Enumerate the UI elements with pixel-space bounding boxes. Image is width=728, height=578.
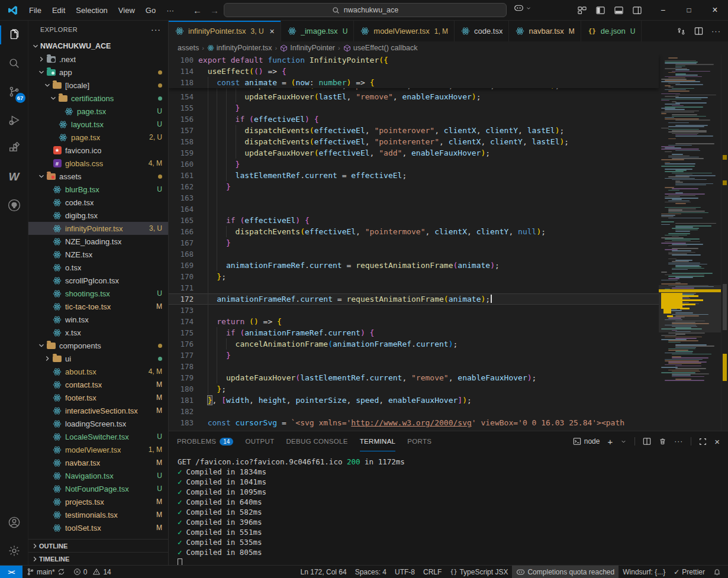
notifications-bell[interactable] xyxy=(709,566,728,578)
tree-item-nwachukwu-ace[interactable]: NWACHUKWU_ACE xyxy=(28,40,168,53)
terminal-shell-item[interactable]: node xyxy=(573,437,600,445)
code-line-163[interactable]: 163 xyxy=(169,192,659,204)
tree-item-nze-loading-tsx[interactable]: NZE_loading.tsx xyxy=(28,235,168,248)
tree-item-blurbg-tsx[interactable]: blurBg.tsxU xyxy=(28,183,168,196)
tree-item-toolset-tsx[interactable]: toolSet.tsxM xyxy=(28,521,168,534)
code-line-181[interactable]: 181}, [width, height, pointerSize, speed… xyxy=(169,395,659,406)
tree-item-testimonials-tsx[interactable]: testimonials.tsxM xyxy=(28,508,168,521)
code-line-175[interactable]: 175if (animationFrameRef.current) { xyxy=(169,327,659,338)
formatter-status[interactable]: ✓ Prettier xyxy=(669,566,709,578)
language-status[interactable]: {} TypeScript JSX xyxy=(446,566,512,578)
code-line-100[interactable]: 100export default function InfinityPoint… xyxy=(169,54,659,66)
code-line-176[interactable]: 176cancelAnimationFrame(animationFrameRe… xyxy=(169,338,659,350)
panel-tab-ports[interactable]: PORTS xyxy=(407,431,431,451)
copilot-status[interactable]: Completions quota reached xyxy=(512,566,619,578)
activitybar-explorer-icon[interactable] xyxy=(0,21,28,49)
menu-selection[interactable]: Selection xyxy=(70,4,112,17)
code-line-156[interactable]: 156if (effectiveEl) { xyxy=(169,114,659,125)
command-center-search[interactable]: nwachukwu_ace xyxy=(224,3,507,17)
tab-infinitypointer-tsx[interactable]: infinityPointer.tsx3, U× xyxy=(169,21,281,41)
activitybar-search-icon[interactable] xyxy=(0,49,28,78)
code-line-179[interactable]: 179updateFauxHover(lastElementRef.curren… xyxy=(169,372,659,383)
copilot-menu[interactable] xyxy=(514,4,531,12)
code-line-155[interactable]: 155} xyxy=(169,102,659,114)
tree-item-footer-tsx[interactable]: footer.tsxM xyxy=(28,391,168,404)
nav-back-icon[interactable]: ← xyxy=(193,5,202,15)
tree-item-globals-css[interactable]: #globals.css4, M xyxy=(28,157,168,170)
activitybar-source-control-icon[interactable]: 67 xyxy=(0,78,28,106)
code-line-171[interactable]: 171 xyxy=(169,282,659,293)
tab-code-tsx[interactable]: code.tsx xyxy=(455,21,509,41)
eol-status[interactable]: CRLF xyxy=(419,566,446,578)
code-line-160[interactable]: 160} xyxy=(169,159,659,170)
windsurf-status[interactable]: Windsurf: {...} xyxy=(619,566,669,578)
tree-item-infinitypointer-tsx[interactable]: infinityPointer.tsx3, U xyxy=(28,222,168,235)
menu-file[interactable]: File xyxy=(24,4,47,17)
menu-go[interactable]: Go xyxy=(140,4,161,17)
section-timeline[interactable]: TIMELINE xyxy=(28,552,168,565)
code-line-157[interactable]: 157dispatchEvents(effectiveEl, "pointero… xyxy=(169,125,659,136)
tab-navbar-tsx[interactable]: navbar.tsxM xyxy=(509,21,581,41)
explorer-actions-icon[interactable]: ··· xyxy=(151,25,161,34)
code-line-166[interactable]: 166dispatchEvents(effectiveEl, "pointerm… xyxy=(169,226,659,237)
breadcrumb-infinitypointer[interactable]: InfinityPointer xyxy=(280,44,335,52)
code-line-164[interactable]: 164 xyxy=(169,204,659,215)
window-minimize-button[interactable]: − xyxy=(650,0,676,20)
tree-item-page-tsx[interactable]: page.tsx2, U xyxy=(28,131,168,144)
split-editor-icon[interactable] xyxy=(694,27,703,35)
activitybar-windsurf-icon[interactable]: W xyxy=(0,163,28,191)
tree-item-scrollpgicon-tsx[interactable]: scrollPgIcon.tsx xyxy=(28,274,168,287)
tree-item-loadingscreen-tsx[interactable]: loadingScreen.tsx xyxy=(28,417,168,430)
tree-item-win-tsx[interactable]: win.tsx xyxy=(28,313,168,326)
new-terminal-icon[interactable]: + xyxy=(607,437,613,447)
terminal-dropdown-icon[interactable] xyxy=(620,438,627,445)
code-line-174[interactable]: 174return () => { xyxy=(169,316,659,327)
tree-item-certifications[interactable]: certifications xyxy=(28,92,168,105)
activitybar-account-icon[interactable] xyxy=(0,508,28,537)
tree-item-components[interactable]: components xyxy=(28,339,168,352)
tree-item-nze-tsx[interactable]: NZE.tsx xyxy=(28,248,168,261)
tree-item-notfoundpage-tsx[interactable]: NotFoundPage.tsxU xyxy=(28,482,168,495)
toggle-secondary-sidebar-icon[interactable] xyxy=(633,6,642,15)
tree-item-navbar-tsx[interactable]: navbar.tsxM xyxy=(28,456,168,469)
branch-status[interactable]: main* xyxy=(22,566,69,578)
kill-terminal-icon[interactable] xyxy=(659,437,666,445)
tree-item-page-tsx[interactable]: page.tsxU xyxy=(28,105,168,118)
menu-view[interactable]: View xyxy=(113,4,140,17)
tab-modelviewer-tsx[interactable]: modelViewer.tsx1, M xyxy=(354,21,455,41)
code-line-173[interactable]: 173 xyxy=(169,305,659,316)
tree-item-o-tsx[interactable]: o.tsx xyxy=(28,261,168,274)
tree-item-code-tsx[interactable]: code.tsx xyxy=(28,196,168,209)
tree-item-ui[interactable]: ui xyxy=(28,352,168,365)
tree-item-localeswitcher-tsx[interactable]: LocaleSwitcher.tsxU xyxy=(28,430,168,443)
tree-item-contact-tsx[interactable]: contact.tsxM xyxy=(28,378,168,391)
code-line-158[interactable]: 158dispatchEvents(effectiveEl, "pointere… xyxy=(169,136,659,147)
code-line-167[interactable]: 167} xyxy=(169,237,659,248)
maximize-panel-icon[interactable] xyxy=(699,438,707,445)
tab--image-tsx[interactable]: _image.tsxU xyxy=(281,21,355,41)
panel-more-icon[interactable]: ··· xyxy=(674,437,683,445)
minimap[interactable] xyxy=(659,54,721,431)
code-line-172[interactable]: 172animationFrameRef.current = requestAn… xyxy=(169,293,659,305)
activitybar-extensions-icon[interactable] xyxy=(0,134,28,163)
indentation-status[interactable]: Spaces: 4 xyxy=(351,566,391,578)
editor-scrollbar[interactable] xyxy=(721,54,728,431)
toggle-sidebar-icon[interactable] xyxy=(596,6,605,15)
tree-item-modelviewer-tsx[interactable]: modelViewer.tsx1, M xyxy=(28,443,168,456)
tree-item-interactivesection-tsx[interactable]: interactiveSection.tsxM xyxy=(28,404,168,417)
problems-status[interactable]: 0 14 xyxy=(69,566,115,578)
nav-forward-icon[interactable]: → xyxy=(210,5,219,15)
activitybar-github-icon[interactable] xyxy=(0,191,28,219)
tree-item-x-tsx[interactable]: x.tsx xyxy=(28,326,168,339)
code-line-182[interactable]: 182 xyxy=(169,406,659,417)
panel-tab-debug-console[interactable]: DEBUG CONSOLE xyxy=(286,431,348,451)
tree-item-assets[interactable]: assets xyxy=(28,170,168,183)
tree-item--locale-[interactable]: [locale] xyxy=(28,79,168,92)
code-line-154[interactable]: 154updateFauxHover(lastEl, "remove", ena… xyxy=(169,91,659,102)
tab-close-icon[interactable]: × xyxy=(270,27,275,36)
tree-item-app[interactable]: app xyxy=(28,66,168,79)
tree-item--next[interactable]: .next xyxy=(28,53,168,66)
panel-tab-problems[interactable]: PROBLEMS14 xyxy=(177,431,233,451)
encoding-status[interactable]: UTF-8 xyxy=(391,566,419,578)
section-outline[interactable]: OUTLINE xyxy=(28,539,168,552)
